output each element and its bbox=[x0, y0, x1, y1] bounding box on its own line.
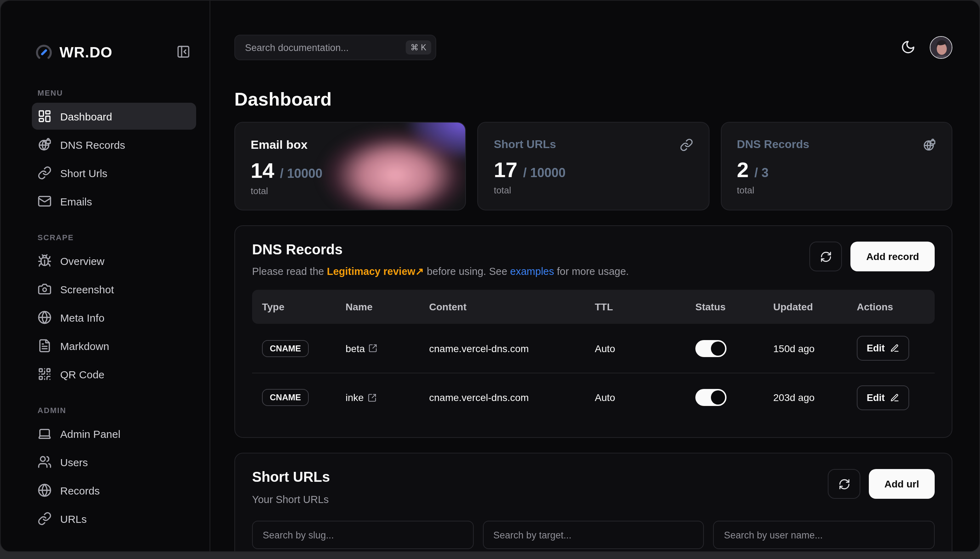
edit-label: Edit bbox=[867, 343, 885, 354]
globe-icon bbox=[38, 483, 52, 497]
sidebar-item-markdown[interactable]: Markdown bbox=[32, 332, 196, 359]
search-by-target-input[interactable] bbox=[483, 521, 704, 549]
sidebar-item-users[interactable]: Users bbox=[32, 448, 196, 475]
camera-icon bbox=[38, 282, 52, 296]
sidebar-item-dns-records[interactable]: DNS Records bbox=[32, 131, 196, 158]
sidebar-item-admin-panel[interactable]: Admin Panel bbox=[32, 420, 196, 447]
sidebar-item-meta-info[interactable]: Meta Info bbox=[32, 304, 196, 331]
search-by-user-name-input[interactable] bbox=[713, 521, 935, 549]
sidebar-item-emails[interactable]: Emails bbox=[32, 188, 196, 215]
stat-quota: / 10000 bbox=[523, 166, 566, 181]
external-link-icon[interactable] bbox=[369, 344, 378, 353]
link-icon bbox=[38, 166, 52, 180]
col-header-updated: Updated bbox=[763, 301, 847, 313]
search-field[interactable] bbox=[245, 42, 405, 53]
dns-panel-title: DNS Records bbox=[252, 241, 629, 258]
refresh-icon bbox=[820, 250, 832, 263]
sidebar-item-label: URLs bbox=[60, 513, 87, 524]
search-input[interactable]: ⌘ K bbox=[234, 35, 436, 60]
sidebar-item-label: Records bbox=[60, 484, 100, 496]
user-avatar[interactable] bbox=[930, 36, 952, 59]
sidebar-item-short-urls[interactable]: Short Urls bbox=[32, 159, 196, 186]
bug-icon bbox=[38, 254, 52, 268]
topbar-actions bbox=[900, 36, 952, 59]
urls-panel-subtitle: Your Short URLs bbox=[252, 494, 330, 505]
record-updated: 150d ago bbox=[763, 342, 847, 354]
pencil-icon bbox=[890, 344, 899, 353]
table-header-row: Type Name Content TTL Status Updated Act… bbox=[252, 290, 935, 324]
refresh-button[interactable] bbox=[810, 241, 842, 271]
laptop-icon bbox=[38, 427, 52, 441]
table-row: CNAME beta cname.vercel-dns.com Auto 150… bbox=[252, 324, 935, 373]
pencil-icon bbox=[890, 393, 899, 402]
short-urls-panel: Short URLs Your Short URLs Add url bbox=[234, 453, 952, 551]
stat-card-short-urls: Short URLs 17 / 10000 total bbox=[478, 122, 709, 210]
col-header-ttl: TTL bbox=[585, 301, 685, 313]
urls-panel-title: Short URLs bbox=[252, 469, 330, 485]
stat-value: 14 bbox=[251, 160, 274, 181]
globe-icon bbox=[38, 310, 52, 324]
examples-link[interactable]: examples bbox=[510, 266, 554, 277]
dns-records-panel: DNS Records Please read the Legitimacy r… bbox=[234, 225, 952, 438]
sidebar-item-screenshot[interactable]: Screenshot bbox=[32, 276, 196, 303]
sidebar-item-qr-code[interactable]: QR Code bbox=[32, 361, 196, 387]
external-link-icon[interactable] bbox=[367, 393, 376, 402]
add-record-button[interactable]: Add record bbox=[851, 241, 935, 271]
stats-cards-row: Email box 14 / 10000 total Short URLs 17… bbox=[234, 122, 952, 210]
app-window: WR.DO MENU Dashboard DNS Records Short U… bbox=[0, 0, 980, 552]
col-header-status: Status bbox=[685, 301, 763, 313]
qr-code-icon bbox=[38, 367, 52, 381]
dns-records-table: Type Name Content TTL Status Updated Act… bbox=[252, 290, 935, 422]
sidebar-item-label: QR Code bbox=[60, 368, 104, 380]
sidebar-item-label: DNS Records bbox=[60, 139, 125, 150]
search-by-slug-input[interactable] bbox=[252, 521, 474, 549]
stat-value: 2 bbox=[737, 159, 749, 181]
record-ttl: Auto bbox=[585, 392, 685, 403]
stat-card-title: Short URLs bbox=[494, 138, 556, 151]
sidebar-nav: MENU Dashboard DNS Records Short Urls Em… bbox=[38, 89, 201, 532]
sidebar-item-records[interactable]: Records bbox=[32, 477, 196, 504]
edit-record-button[interactable]: Edit bbox=[857, 385, 909, 410]
col-header-content: Content bbox=[419, 301, 585, 313]
edit-label: Edit bbox=[867, 392, 885, 403]
stat-caption: total bbox=[737, 185, 936, 195]
sidebar: WR.DO MENU Dashboard DNS Records Short U… bbox=[1, 1, 210, 551]
subtitle-text: Please read the bbox=[252, 266, 327, 277]
sidebar-item-overview[interactable]: Overview bbox=[32, 247, 196, 274]
sidebar-item-label: Admin Panel bbox=[60, 428, 120, 440]
dns-panel-subtitle: Please read the Legitimacy review↗ befor… bbox=[252, 266, 629, 277]
edit-record-button[interactable]: Edit bbox=[857, 336, 909, 361]
col-header-name: Name bbox=[336, 301, 419, 313]
refresh-icon bbox=[838, 478, 850, 490]
subtitle-text: before using. See bbox=[424, 266, 510, 277]
link-icon bbox=[38, 511, 52, 526]
record-ttl: Auto bbox=[585, 342, 685, 354]
add-url-button[interactable]: Add url bbox=[869, 469, 935, 499]
layout-dashboard-icon bbox=[38, 109, 52, 123]
record-name: beta bbox=[346, 342, 365, 354]
logo: WR.DO bbox=[35, 40, 191, 64]
mail-icon bbox=[38, 194, 52, 208]
theme-toggle-button[interactable] bbox=[900, 40, 916, 55]
legitimacy-review-link[interactable]: Legitimacy review bbox=[327, 266, 415, 277]
external-arrow: ↗ bbox=[415, 266, 424, 277]
sidebar-item-dashboard[interactable]: Dashboard bbox=[32, 103, 196, 130]
link-icon bbox=[680, 138, 693, 152]
stat-card-email-box: Email box 14 / 10000 total bbox=[234, 122, 466, 210]
stat-card-title: DNS Records bbox=[737, 138, 809, 151]
sidebar-item-label: Meta Info bbox=[60, 311, 104, 323]
record-type-badge: CNAME bbox=[262, 340, 309, 357]
toggle-thumb bbox=[711, 341, 725, 355]
status-toggle[interactable] bbox=[695, 389, 726, 406]
main-content: ⌘ K Dashboard bbox=[210, 1, 979, 551]
stat-caption: total bbox=[251, 185, 450, 196]
sidebar-item-label: Emails bbox=[60, 195, 92, 207]
record-content: cname.vercel-dns.com bbox=[419, 342, 585, 354]
refresh-button[interactable] bbox=[828, 469, 860, 499]
stat-value: 17 bbox=[494, 159, 518, 181]
col-header-type: Type bbox=[252, 301, 336, 313]
keyboard-shortcut-badge: ⌘ K bbox=[405, 40, 431, 55]
status-toggle[interactable] bbox=[695, 340, 726, 357]
sidebar-item-urls[interactable]: URLs bbox=[32, 505, 196, 532]
sidebar-collapse-button[interactable] bbox=[176, 45, 191, 60]
